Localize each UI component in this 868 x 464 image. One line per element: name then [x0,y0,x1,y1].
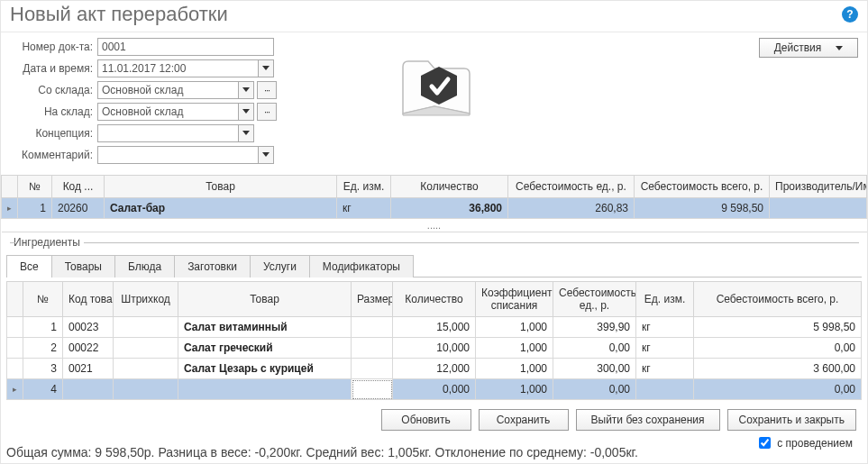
page-title: Новый акт переработки [10,3,228,26]
label-concept: Концепция: [10,127,93,140]
cell-qty: 0,000 [393,379,476,400]
col-code[interactable]: Код ... [52,176,105,198]
tab-prep[interactable]: Заготовки [174,255,251,277]
icol-product[interactable]: Товар [178,282,352,317]
cell-code: 20260 [52,198,105,219]
cell-coef: 1,000 [476,359,553,379]
ingredients-tabs: Все Товары Блюда Заготовки Услуги Модифи… [6,254,862,277]
cell-num: 4 [23,379,63,400]
cell-size [352,359,393,379]
status-bar: Общая сумма: 9 598,50р. Разница в весе: … [6,445,862,459]
icol-unit[interactable]: Ед. изм. [636,282,694,317]
icol-size[interactable]: Размер [352,282,393,317]
icol-handle[interactable] [7,282,23,317]
label-from-wh: Со склада: [10,84,93,96]
save-button[interactable]: Сохранить [479,409,569,431]
from-wh-dropdown-button[interactable] [238,81,254,99]
label-doc-no: Номер док-та: [10,41,93,53]
cell-unit-cost: 399,90 [553,317,636,338]
cell-coef: 1,000 [476,317,553,338]
cell-num: 1 [18,198,52,219]
cell-unit-cost: 0,00 [553,379,636,400]
cell-code: 00022 [63,338,114,359]
cell-unit: кг [636,338,694,359]
datetime-input[interactable] [97,59,258,77]
refresh-button[interactable]: Обновить [381,409,471,431]
help-icon[interactable]: ? [842,6,858,23]
cell-unit-cost: 260,83 [508,198,635,219]
cell-num: 1 [23,317,63,338]
cell-num: 2 [23,338,63,359]
col-num[interactable]: № [18,176,52,198]
col-total-cost[interactable]: Себестоимость всего, р. [635,176,770,198]
svg-marker-4 [262,152,270,157]
tab-dishes[interactable]: Блюда [114,255,175,277]
save-and-close-button[interactable]: Сохранить и закрыть [727,409,856,431]
ingredients-row[interactable]: 1 00023 Салат витаминный 15,000 1,000 39… [7,317,862,338]
ingredients-row[interactable]: 3 0021 Салат Цезарь с курицей 12,000 1,0… [7,359,862,379]
tab-modifiers[interactable]: Модификаторы [309,255,414,277]
icol-num[interactable]: № [23,282,63,317]
col-qty[interactable]: Количество [391,176,508,198]
col-producer[interactable]: Производитель/Им... [770,176,867,198]
cell-unit: кг [636,317,694,338]
cell-product: Салат греческий [178,338,352,359]
to-wh-input[interactable] [97,103,238,121]
from-wh-more-button[interactable]: ··· [257,81,277,99]
svg-marker-0 [262,66,270,70]
datetime-dropdown-button[interactable] [258,59,274,77]
ingredients-row[interactable]: ▸ 4 0,000 1,000 0,00 0,00 [7,379,862,400]
cell-barcode [114,379,178,400]
icol-unit-cost[interactable]: Себестоимость ед., р. [553,282,636,317]
cell-size-editing[interactable] [352,379,393,400]
cell-total-cost: 5 998,50 [694,317,862,338]
icol-barcode[interactable]: Штрихкод [114,282,178,317]
row-handle-icon [7,359,23,379]
from-wh-input[interactable] [97,81,238,99]
tab-services[interactable]: Услуги [250,255,310,277]
cell-coef: 1,000 [476,379,553,400]
main-table-row[interactable]: ▸ 1 20260 Салат-бар кг 36,800 260,83 9 5… [2,198,867,219]
ingredients-table: № Код товара Штрихкод Товар Размер Колич… [6,281,862,400]
cell-total-cost: 3 600,00 [694,359,862,379]
exit-no-save-button[interactable]: Выйти без сохранения [576,409,720,431]
concept-dropdown-button[interactable] [238,124,254,142]
comment-input[interactable] [97,146,258,164]
chevron-down-icon [836,46,843,50]
label-datetime: Дата и время: [10,62,93,75]
ingredients-legend: Ингредиенты [10,236,84,249]
tab-goods[interactable]: Товары [51,255,115,277]
col-handle[interactable] [2,176,18,198]
ingredients-row[interactable]: 2 00022 Салат греческий 10,000 1,000 0,0… [7,338,862,359]
icol-coef[interactable]: Коэффициент списания [476,282,553,317]
doc-no-input[interactable] [97,38,274,56]
cell-qty: 15,000 [393,317,476,338]
col-unit-cost[interactable]: Себестоимость ед., р. [508,176,635,198]
cell-barcode [114,338,178,359]
tab-all[interactable]: Все [6,255,52,277]
document-illustration [385,50,484,125]
concept-input[interactable] [97,124,238,142]
col-unit[interactable]: Ед. изм. [337,176,391,198]
cell-product: Салат витаминный [178,317,352,338]
cell-qty: 12,000 [393,359,476,379]
actions-button[interactable]: Действия [759,38,858,58]
to-wh-dropdown-button[interactable] [238,103,254,121]
cell-code: 00023 [63,317,114,338]
cell-barcode [114,359,178,379]
label-to-wh: На склад: [10,105,93,118]
cell-total-cost: 0,00 [694,379,862,400]
cell-num: 3 [23,359,63,379]
col-product[interactable]: Товар [105,176,337,198]
row-handle-icon [7,338,23,359]
comment-dropdown-button[interactable] [258,146,274,164]
cell-size [352,338,393,359]
cell-coef: 1,000 [476,338,553,359]
cell-unit [636,379,694,400]
icol-total-cost[interactable]: Себестоимость всего, р. [694,282,862,317]
cell-product: Салат Цезарь с курицей [178,359,352,379]
to-wh-more-button[interactable]: ··· [257,103,277,121]
icol-code[interactable]: Код товара [63,282,114,317]
button-row: Обновить Сохранить Выйти без сохранения … [1,400,867,431]
icol-qty[interactable]: Количество [393,282,476,317]
